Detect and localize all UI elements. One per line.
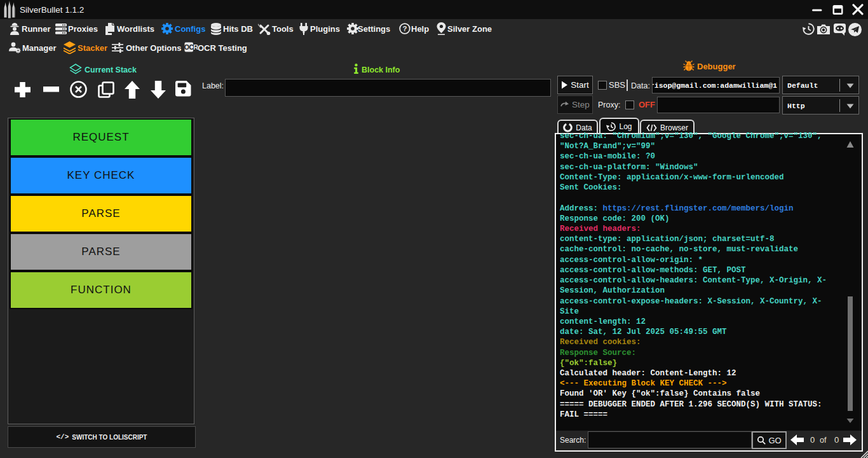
- svg-text:?: ?: [402, 25, 407, 32]
- svg-text:OC: OC: [184, 43, 194, 51]
